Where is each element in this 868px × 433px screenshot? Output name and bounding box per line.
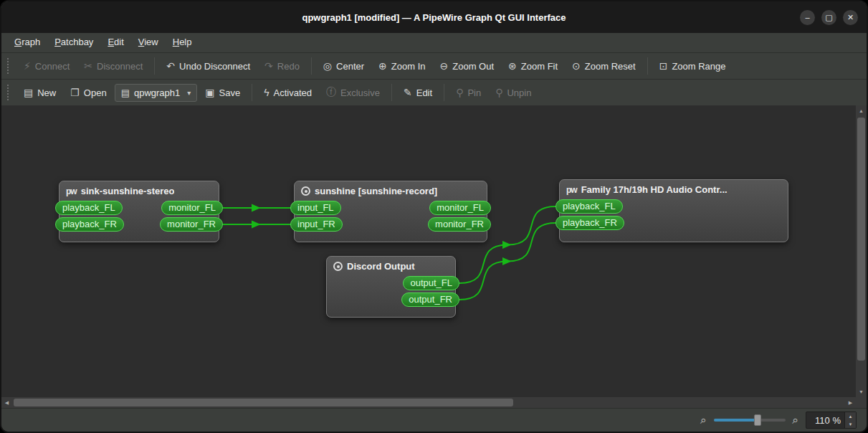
toolbar-button-label: Zoom Out — [452, 61, 494, 72]
toolbar-graph: ⚡Connect✂Disconnect↶Undo Disconnect↷Redo… — [1, 52, 867, 79]
zoom-value: 110 % — [812, 415, 841, 426]
minimize-button[interactable]: – — [800, 10, 815, 25]
zoom-range-icon: ⊡ — [659, 60, 668, 72]
node-title-bar: pwFamily 17h/19h HD Audio Contr... — [560, 180, 788, 197]
exclusive-icon: ⓕ — [326, 86, 336, 99]
unpin-icon: ⚲ — [495, 87, 502, 98]
session-file-icon: ▤ — [121, 87, 130, 98]
titlebar[interactable]: qpwgraph1 [modified] — A PipeWire Graph … — [1, 1, 867, 33]
zoom-slider-handle[interactable] — [754, 414, 761, 426]
open-button[interactable]: ❐Open — [64, 83, 113, 102]
menu-graph[interactable]: Graph — [7, 33, 47, 52]
save-button[interactable]: ▣Save — [199, 83, 247, 102]
port-monitor_FL[interactable]: monitor_FL — [161, 201, 223, 215]
port-playback_FR[interactable]: playback_FR — [555, 216, 624, 230]
port-monitor_FL[interactable]: monitor_FL — [429, 201, 491, 215]
vertical-scroll-handle[interactable] — [857, 118, 865, 361]
toolbar-separator — [252, 84, 252, 101]
toolbar-separator — [154, 57, 155, 75]
port-input_FL[interactable]: input_FL — [290, 201, 341, 215]
input-ports: input_FLinput_FR — [290, 201, 343, 232]
horizontal-scroll-track[interactable] — [12, 397, 845, 408]
horizontal-scroll-handle[interactable] — [14, 399, 513, 406]
menu-patchbay[interactable]: Patchbay — [47, 33, 100, 52]
undo-disconnect-button[interactable]: ↶Undo Disconnect — [160, 57, 257, 75]
node-title-bar: Discord Output — [327, 257, 455, 274]
maximize-button[interactable]: ▢ — [821, 10, 836, 25]
port-playback_FL[interactable]: playback_FL — [55, 201, 123, 215]
center-button[interactable]: ◎Center — [317, 57, 371, 75]
toolbar-button-label: Redo — [277, 61, 300, 72]
toolbar-button-label: Zoom Reset — [585, 61, 636, 72]
scroll-right-arrow-icon[interactable]: ▶ — [845, 397, 856, 408]
application-icon — [333, 262, 343, 271]
toolbar-handle[interactable] — [7, 58, 11, 74]
horizontal-scrollbar[interactable]: ◀ ▶ — [1, 397, 856, 408]
node-ports: playback_FLplayback_FR — [560, 197, 788, 230]
node-title: Discord Output — [347, 261, 415, 272]
toolbar-handle[interactable] — [7, 85, 11, 100]
zoom-range-button[interactable]: ⊡Zoom Range — [653, 57, 733, 75]
port-monitor_FR[interactable]: monitor_FR — [428, 217, 491, 232]
toolbar-separator — [391, 84, 392, 101]
menu-help[interactable]: Help — [166, 33, 199, 52]
graph-canvas-area: pwsink-sunshine-stereoplayback_FLplaybac… — [1, 105, 867, 408]
zoom-out-button[interactable]: ⊖Zoom Out — [434, 57, 501, 75]
toolbar-button-label: Save — [219, 87, 241, 98]
port-monitor_FR[interactable]: monitor_FR — [160, 217, 223, 232]
toolbar-separator — [444, 84, 444, 101]
pipewire-icon: pw — [66, 186, 77, 196]
edit-button[interactable]: ✎Edit — [397, 83, 439, 102]
exclusive-button: ⓕExclusive — [320, 82, 386, 103]
statusbar-zoom-in-icon[interactable]: ⌕ — [793, 414, 798, 427]
port-input_FR[interactable]: input_FR — [290, 217, 343, 232]
scroll-down-arrow-icon[interactable]: ▼ — [856, 386, 867, 397]
scroll-up-arrow-icon[interactable]: ▲ — [856, 105, 867, 116]
menu-edit[interactable]: Edit — [100, 33, 130, 52]
statusbar-zoom-out-icon[interactable]: ⌕ — [700, 414, 706, 427]
session-combo[interactable]: ▤qpwgraph1▾ — [115, 84, 198, 102]
zoom-reset-icon: ⊙ — [572, 60, 581, 72]
zoom-spin-down-icon[interactable]: ▾ — [845, 420, 856, 428]
disconnect-icon: ✂ — [84, 60, 92, 72]
close-button[interactable]: ✕ — [843, 10, 858, 25]
zoom-fit-button[interactable]: ⊛Zoom Fit — [502, 57, 564, 75]
port-output_FL[interactable]: output_FL — [403, 276, 459, 290]
center-icon: ◎ — [323, 60, 332, 72]
zoom-spinbox[interactable]: 110 % ▴ ▾ — [806, 411, 857, 429]
node-sink-sunshine-stereo[interactable]: pwsink-sunshine-stereoplayback_FLplaybac… — [59, 181, 219, 242]
toolbar-separator — [647, 57, 648, 75]
node-family-hd-audio[interactable]: pwFamily 17h/19h HD Audio Contr...playba… — [559, 179, 788, 242]
input-ports: playback_FLplayback_FR — [55, 201, 124, 232]
zoom-slider-track[interactable] — [714, 419, 786, 422]
zoom-spin-up-icon[interactable]: ▴ — [845, 412, 856, 420]
port-playback_FL[interactable]: playback_FL — [555, 199, 623, 214]
window-title: qpwgraph1 [modified] — A PipeWire Graph … — [302, 12, 566, 23]
application-icon — [301, 186, 310, 196]
connect-icon: ⚡ — [24, 60, 31, 72]
toolbar-file: ▤New❐Open▤qpwgraph1▾▣SaveϟActivatedⓕExcl… — [1, 79, 867, 105]
unpin-button: ⚲Unpin — [489, 83, 538, 102]
node-ports: playback_FLplayback_FRmonitor_FLmonitor_… — [59, 199, 219, 232]
node-discord-output[interactable]: Discord Outputoutput_FLoutput_FR — [326, 256, 456, 318]
node-sunshine[interactable]: sunshine [sunshine-record]input_FLinput_… — [294, 181, 487, 242]
activated-button[interactable]: ϟActivated — [257, 83, 318, 102]
node-title: Family 17h/19h HD Audio Contr... — [581, 184, 728, 195]
scroll-left-arrow-icon[interactable]: ◀ — [1, 397, 12, 408]
zoom-in-button[interactable]: ⊕Zoom In — [372, 57, 431, 75]
graph-canvas[interactable]: pwsink-sunshine-stereoplayback_FLplaybac… — [1, 105, 856, 397]
pin-button: ⚲Pin — [449, 83, 487, 102]
new-button[interactable]: ▤New — [17, 83, 62, 102]
zoom-slider-fill — [714, 419, 755, 422]
vertical-scroll-track[interactable] — [856, 116, 867, 386]
vertical-scrollbar[interactable]: ▲ ▼ — [856, 105, 867, 397]
toolbar-separator — [311, 57, 312, 75]
port-output_FR[interactable]: output_FR — [401, 292, 459, 307]
zoom-reset-button[interactable]: ⊙Zoom Reset — [566, 57, 642, 75]
zoom-spin-arrows: ▴ ▾ — [844, 412, 856, 428]
scrollbar-corner — [856, 397, 867, 408]
window-controls: –▢✕ — [800, 1, 858, 33]
menu-view[interactable]: View — [131, 33, 166, 52]
zoom-slider[interactable] — [714, 414, 786, 427]
port-playback_FR[interactable]: playback_FR — [55, 217, 124, 232]
